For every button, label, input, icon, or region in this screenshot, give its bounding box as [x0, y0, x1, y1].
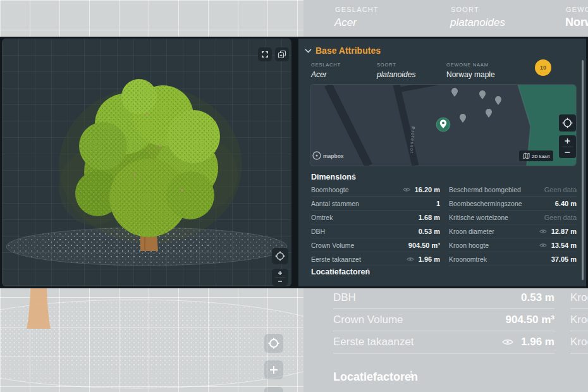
dim-row-kroon-hoogte: Kroon hoogte 13.54 m: [449, 238, 577, 252]
soort-field: SOORT platanoides: [377, 62, 415, 79]
soort-label: SOORT: [377, 62, 415, 68]
fullscreen-button[interactable]: [258, 47, 272, 61]
dim-row-dbh: DBH 0.53 m: [311, 224, 440, 238]
compass-icon: [267, 337, 280, 350]
bg-kebab-icon: ⁝: [410, 369, 413, 381]
fullscreen-icon: [260, 50, 269, 59]
orbit-compass-button[interactable]: [272, 248, 288, 264]
svg-text:mapbox: mapbox: [323, 153, 344, 159]
dim-row-beschermd-boomgebied: Beschermd boomgebied Geen data: [449, 183, 577, 197]
bg-row-value: 1.96 m: [521, 336, 554, 348]
dim-row-kroonomtrek: Kroonomtrek 37.05 m: [449, 252, 577, 266]
eye-icon: [502, 338, 513, 346]
bg-geslacht-label: GESLACHT: [335, 6, 379, 13]
plus-icon: [278, 271, 282, 275]
bg-partial-row: Kroonomtrek: [570, 331, 588, 353]
map-zoom-control[interactable]: [559, 135, 576, 158]
app-window: Base Attributes GESLACHT Acer SOORT plat…: [0, 37, 588, 288]
selected-tree-marker[interactable]: [436, 118, 450, 132]
pointcloud-viewer[interactable]: [2, 39, 291, 286]
bg-soort-value: platanoides: [450, 16, 505, 29]
bg-compass-button: [264, 334, 283, 353]
bg-gewone-naam-value: Norway maple: [565, 16, 588, 29]
dim-row-boomhoogte: Boomhoogte 16.20 m: [311, 183, 440, 197]
dimensions-left-column: Boomhoogte 16.20 m Aantal stammen 1 Omtr…: [311, 183, 440, 266]
dim-row-omtrek: Omtrek 1.68 m: [311, 211, 440, 224]
map-2d-label: 2D kaart: [532, 154, 550, 159]
bg-zoom-in-button: [264, 360, 283, 379]
dimensions-table: Boomhoogte 16.20 m Aantal stammen 1 Omtr…: [311, 183, 577, 266]
bg-row-label: DBH: [333, 291, 521, 304]
gewone-naam-label: GEWONE NAAM: [446, 62, 495, 68]
bg-zoom-out-button: [264, 387, 283, 392]
bg-partial-label: Kroon diameter: [570, 291, 588, 304]
geslacht-field: GESLACHT Acer: [311, 62, 341, 79]
eye-icon[interactable]: [407, 257, 414, 262]
geslacht-label: GESLACHT: [311, 62, 341, 68]
viewer-zoom-control[interactable]: [272, 269, 288, 286]
bg-partial-label: Kroon hoogte: [570, 314, 588, 326]
eye-icon[interactable]: [539, 229, 547, 234]
bg-soort-label: SOORT: [451, 6, 479, 13]
section-title-base-attributes[interactable]: Base Attributes: [315, 46, 381, 56]
layers-add-button[interactable]: [275, 47, 289, 61]
map-compass-button[interactable]: [559, 114, 576, 132]
bg-row-label: Eerste takaanzet: [333, 336, 502, 348]
location-map[interactable]: Professor: [310, 84, 577, 166]
dimensions-right-column: Beschermd boomgebied Geen data Boombesch…: [449, 183, 577, 266]
score-badge[interactable]: 10: [535, 59, 551, 76]
tree-pointcloud: [2, 39, 291, 286]
panel-scrollbar[interactable]: [582, 60, 584, 280]
geslacht-value: Acer: [311, 70, 341, 79]
dim-row-crown-volume: Crown Volume 904.50 m³: [311, 238, 440, 252]
locatiefactoren-menu-icon[interactable]: ⁝: [367, 267, 369, 275]
soort-value: platanoides: [377, 70, 415, 79]
chevron-down-icon[interactable]: [305, 49, 312, 53]
layers-add-icon: [278, 50, 286, 59]
gewone-naam-value: Norway maple: [446, 70, 495, 79]
bg-partial-label: Kroonomtrek: [570, 336, 588, 348]
map-2d-button[interactable]: 2D kaart: [519, 150, 553, 161]
bg-pointcloud: [0, 288, 303, 392]
screen: GESLACHT Acer SOORT platanoides GEWONE N…: [0, 0, 588, 392]
dim-row-eerste-takaanzet: Eerste takaanzet 1.96 m: [311, 252, 440, 266]
dimensions-title: Dimensions: [311, 173, 356, 181]
bg-row-value: 904.50 m³: [506, 314, 555, 326]
compass-icon: [274, 250, 286, 262]
dimensions-menu-icon[interactable]: ⁝: [353, 172, 355, 180]
bg-row-crown-volume: Crown Volume 904.50 m³: [333, 309, 554, 331]
dim-row-kritische-wortelzone: Kritische wortelzone Geen data: [449, 211, 577, 224]
bg-partial-row: Kroon diameter: [570, 286, 588, 309]
bg-row-eerste-takaanzet: Eerste takaanzet 1.96 m: [333, 331, 554, 353]
bg-row-value: 0.53 m: [521, 291, 554, 304]
dim-row-boombeschermingszone: Boombeschermingszone 6.40 m: [449, 197, 577, 211]
bg-row-label: Crown Volume: [333, 314, 506, 326]
gewone-naam-field: GEWONE NAAM Norway maple: [446, 62, 495, 79]
attributes-panel: Base Attributes GESLACHT Acer SOORT plat…: [298, 39, 586, 286]
eye-icon[interactable]: [539, 243, 547, 248]
bg-row-dbh: DBH 0.53 m: [333, 286, 554, 309]
dim-row-kroon-diameter: Kroon diameter 12.87 m: [449, 224, 577, 238]
eye-icon[interactable]: [403, 187, 410, 192]
bg-partial-row: Kroon hoogte: [570, 309, 588, 331]
plus-icon: [269, 365, 279, 375]
bg-section-title: Locatiefactoren: [333, 371, 418, 384]
dim-row-aantal-stammen: Aantal stammen 1: [311, 197, 440, 211]
bg-geslacht-value: Acer: [334, 16, 357, 29]
bg-gewone-naam-label: GEWONE NAAM: [566, 6, 588, 13]
locatiefactoren-title: Locatiefactoren: [311, 267, 370, 276]
